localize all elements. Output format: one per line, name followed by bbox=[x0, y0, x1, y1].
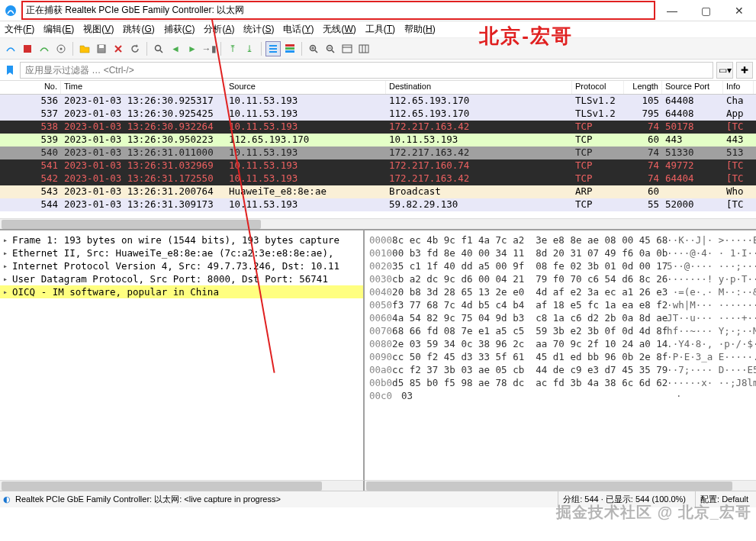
packet-row[interactable]: 5402023-01-03 13:26:31.01100010.11.53.19… bbox=[0, 147, 756, 159]
bytes-scrollbar[interactable] bbox=[365, 480, 756, 491]
packet-details-pane[interactable]: ▸Frame 1: 193 bytes on wire (1544 bits),… bbox=[0, 230, 365, 480]
filter-bar: ▭▾ ✚ bbox=[0, 60, 756, 81]
packet-list-header[interactable]: No. Time Source Destination Protocol Len… bbox=[0, 81, 756, 95]
col-header-protocol[interactable]: Protocol bbox=[572, 81, 624, 94]
col-header-source[interactable]: Source bbox=[226, 81, 386, 94]
svg-rect-21 bbox=[343, 45, 352, 53]
menu-item[interactable]: 捕获(C) bbox=[164, 23, 195, 36]
packet-row[interactable]: 5412023-01-03 13:26:31.03296910.11.53.19… bbox=[0, 159, 756, 172]
tree-item[interactable]: ▸User Datagram Protocol, Src Port: 8000,… bbox=[0, 272, 363, 285]
packet-row[interactable]: 5432023-01-03 13:26:31.200764HuaweiTe_e8… bbox=[0, 185, 756, 198]
hex-row[interactable]: 007068 66 fd 08 7e e1 a5 c5 59 3b e2 3b … bbox=[369, 324, 751, 337]
hex-row[interactable]: 00c003· bbox=[369, 389, 751, 402]
svg-line-15 bbox=[315, 50, 317, 53]
tree-item[interactable]: ▸Ethernet II, Src: HuaweiTe_e8:8e:ae (7c… bbox=[0, 246, 363, 259]
expand-icon[interactable]: ▸ bbox=[3, 249, 12, 257]
expand-icon[interactable]: ▸ bbox=[3, 236, 12, 244]
prev-icon[interactable]: ◄ bbox=[168, 41, 183, 56]
hex-row[interactable]: 0090cc 50 f2 45 d3 33 5f 61 45 d1 ed bb … bbox=[369, 350, 751, 363]
bottom-panes: ▸Frame 1: 193 bytes on wire (1544 bits),… bbox=[0, 230, 756, 480]
last-packet-icon[interactable]: ⤓ bbox=[242, 41, 257, 56]
hex-row[interactable]: 00b0d5 85 b0 f5 98 ae 78 dc ac fd 3b 4a … bbox=[369, 376, 751, 389]
expand-icon[interactable]: ▸ bbox=[3, 288, 12, 296]
col-header-no[interactable]: No. bbox=[0, 81, 61, 94]
stop-capture-icon[interactable] bbox=[20, 41, 35, 56]
hex-row[interactable]: 002035 c1 1f 40 dd a5 00 9f 08 fe 02 3b … bbox=[369, 259, 751, 272]
auto-scroll-icon[interactable] bbox=[265, 41, 281, 56]
resize-columns-icon[interactable] bbox=[356, 41, 372, 56]
restart-capture-icon[interactable] bbox=[37, 41, 52, 56]
hex-row[interactable]: 004020 b8 3d 28 65 13 2e e0 4d af e2 3a … bbox=[369, 285, 751, 298]
packet-row[interactable]: 5362023-01-03 13:26:30.92531710.11.53.19… bbox=[0, 95, 756, 108]
menu-item[interactable]: 跳转(G) bbox=[123, 23, 154, 36]
horizontal-scrollbar[interactable] bbox=[0, 218, 756, 229]
menu-item[interactable]: 电话(Y) bbox=[283, 23, 314, 36]
first-packet-icon[interactable]: ⤒ bbox=[225, 41, 240, 56]
filter-add-button[interactable]: ✚ bbox=[736, 62, 753, 79]
hex-row[interactable]: 0050f3 77 68 7c 4d b5 c4 b4 af 18 e5 fc … bbox=[369, 298, 751, 311]
separator bbox=[261, 42, 262, 56]
expand-icon[interactable]: ▸ bbox=[3, 262, 12, 270]
open-file-icon[interactable] bbox=[77, 41, 92, 56]
hex-row[interactable]: 00802e 03 59 34 0c 38 96 2c aa 70 9c 2f … bbox=[369, 337, 751, 350]
goto-icon[interactable]: →▮ bbox=[201, 41, 217, 56]
menu-item[interactable]: 统计(S) bbox=[243, 23, 274, 36]
svg-rect-11 bbox=[285, 44, 294, 47]
packet-row[interactable]: 5422023-01-03 13:26:31.17255010.11.53.19… bbox=[0, 172, 756, 185]
zoom-reset-icon[interactable] bbox=[339, 41, 355, 56]
find-icon[interactable] bbox=[151, 41, 166, 56]
close-file-icon[interactable] bbox=[111, 41, 126, 56]
svg-rect-1 bbox=[24, 45, 31, 53]
reload-icon[interactable] bbox=[127, 41, 143, 56]
next-icon[interactable]: ► bbox=[185, 41, 200, 56]
packet-row[interactable]: 5392023-01-03 13:26:30.950223112.65.193.… bbox=[0, 134, 756, 147]
svg-rect-23 bbox=[359, 45, 368, 53]
minimize-button[interactable]: — bbox=[655, 0, 689, 21]
col-header-source-port[interactable]: Source Port bbox=[662, 81, 723, 94]
filter-expression-button[interactable]: ▭▾ bbox=[716, 62, 733, 79]
menu-item[interactable]: 视图(V) bbox=[83, 23, 114, 36]
col-header-info[interactable]: Info bbox=[723, 81, 754, 94]
colorize-icon[interactable] bbox=[282, 41, 298, 56]
packet-row[interactable]: 5372023-01-03 13:26:30.92542510.11.53.19… bbox=[0, 108, 756, 121]
display-filter-input[interactable] bbox=[20, 62, 713, 79]
separator bbox=[220, 42, 221, 56]
expand-icon[interactable]: ▸ bbox=[3, 275, 12, 283]
packet-row[interactable]: 5442023-01-03 13:26:31.30917310.11.53.19… bbox=[0, 198, 756, 211]
save-file-icon[interactable] bbox=[94, 41, 109, 56]
svg-rect-12 bbox=[285, 47, 294, 50]
zoom-out-icon[interactable] bbox=[323, 41, 338, 56]
packet-bytes-pane[interactable]: 00008c ec 4b 9c f1 4a 7c a2 3e e8 8e ae … bbox=[365, 230, 756, 480]
capture-options-icon[interactable] bbox=[53, 41, 69, 56]
packet-list-pane[interactable]: No. Time Source Destination Protocol Len… bbox=[0, 81, 756, 230]
col-header-time[interactable]: Time bbox=[61, 81, 226, 94]
bookmark-icon[interactable] bbox=[3, 63, 17, 77]
menu-item[interactable]: 工具(T) bbox=[365, 23, 395, 36]
tree-item[interactable]: ▸OICQ - IM software, popular in China bbox=[0, 285, 363, 298]
menu-item[interactable]: 无线(W) bbox=[323, 23, 355, 36]
menu-item[interactable]: 编辑(E) bbox=[43, 23, 74, 36]
hex-row[interactable]: 00604a 54 82 9c 75 04 9d b3 c8 1a c6 d2 … bbox=[369, 311, 751, 324]
window-title: 正在捕获 Realtek PCIe GbE Family Controller:… bbox=[21, 1, 655, 20]
svg-rect-5 bbox=[99, 45, 104, 48]
menu-item[interactable]: 帮助(H) bbox=[404, 23, 436, 36]
col-header-destination[interactable]: Destination bbox=[386, 81, 572, 94]
col-header-length[interactable]: Length bbox=[624, 81, 662, 94]
hex-row[interactable]: 001000 b3 fd 8e 40 00 34 11 8d 20 31 07 … bbox=[369, 246, 751, 259]
tree-item[interactable]: ▸Frame 1: 193 bytes on wire (1544 bits),… bbox=[0, 233, 363, 246]
svg-rect-13 bbox=[285, 50, 294, 53]
menu-item[interactable]: 分析(A) bbox=[204, 23, 234, 36]
zoom-in-icon[interactable] bbox=[306, 41, 321, 56]
hex-row[interactable]: 00a0cc f2 37 3b 03 ae 05 cb 44 de c9 e3 … bbox=[369, 363, 751, 376]
packet-row[interactable]: 5382023-01-03 13:26:30.93226410.11.53.19… bbox=[0, 121, 756, 134]
details-scrollbar[interactable] bbox=[0, 480, 365, 491]
menubar: 文件(F)编辑(E)视图(V)跳转(G)捕获(C)分析(A)统计(S)电话(Y)… bbox=[0, 21, 756, 38]
tree-item[interactable]: ▸Internet Protocol Version 4, Src: 49.7.… bbox=[0, 259, 363, 272]
hex-row[interactable]: 0030cb a2 dc 9c d6 00 04 21 79 f0 70 c6 … bbox=[369, 272, 751, 285]
maximize-button[interactable]: ▢ bbox=[689, 0, 722, 21]
close-button[interactable]: ✕ bbox=[722, 0, 756, 21]
toolbar: ◄ ► →▮ ⤒ ⤓ bbox=[0, 38, 756, 60]
start-capture-icon[interactable] bbox=[3, 41, 18, 56]
menu-item[interactable]: 文件(F) bbox=[5, 23, 34, 36]
hex-row[interactable]: 00008c ec 4b 9c f1 4a 7c a2 3e e8 8e ae … bbox=[369, 233, 751, 246]
